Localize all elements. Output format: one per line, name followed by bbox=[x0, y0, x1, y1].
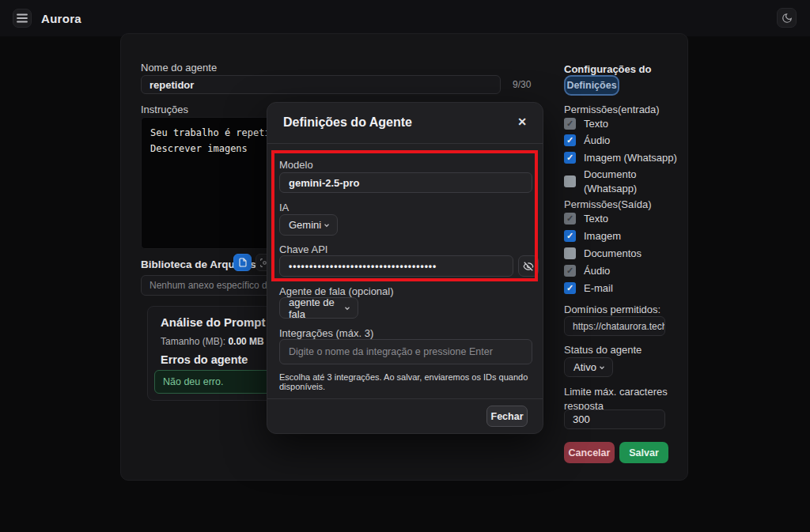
selected-status: Ativo bbox=[573, 361, 596, 373]
toggle-api-key-visibility-button[interactable] bbox=[518, 255, 539, 277]
checkbox-label: Documentos bbox=[584, 247, 642, 261]
output-permissions-title: Permissões(Saída) bbox=[564, 198, 652, 210]
definitions-button[interactable]: Definições bbox=[564, 75, 619, 96]
document-icon bbox=[238, 258, 248, 267]
app-screen: Aurora Nome do agente 9/30 Instruções Se… bbox=[0, 0, 810, 532]
agent-errors-title: Erros do agente bbox=[161, 353, 248, 366]
name-char-counter: 9/30 bbox=[513, 79, 531, 90]
prompt-analysis-title: Análise do Prompt bbox=[161, 315, 266, 329]
max-chars-input[interactable] bbox=[564, 409, 665, 429]
app-title: Aurora bbox=[41, 12, 81, 25]
checkbox-label: Áudio bbox=[584, 134, 610, 148]
chevron-down-icon bbox=[598, 364, 606, 372]
agent-status-label: Status do agente bbox=[564, 344, 642, 356]
checkbox-label: Texto bbox=[584, 117, 608, 131]
close-icon[interactable]: ✕ bbox=[517, 115, 527, 128]
size-label: Tamanho (MB): bbox=[161, 336, 225, 347]
eye-slash-icon bbox=[523, 261, 534, 272]
permission-output-texto[interactable]: ✓ Texto bbox=[564, 212, 608, 226]
selected-speech-agent: agente de fala bbox=[289, 296, 343, 320]
allowed-domains-label: Domínios permitidos: bbox=[564, 304, 660, 315]
size-value: 0.00 MB bbox=[228, 336, 263, 347]
checkbox-icon[interactable]: ✓ bbox=[564, 265, 576, 277]
checkbox-icon[interactable]: ✓ bbox=[564, 134, 576, 146]
agent-definitions-modal: Definições do Agente ✕ Modelo IA Gemini … bbox=[267, 102, 543, 434]
integrations-label: Integrações (máx. 3) bbox=[279, 327, 373, 339]
selected-ia: Gemini bbox=[289, 219, 321, 231]
close-modal-button[interactable]: Fechar bbox=[486, 406, 528, 427]
checkbox-icon[interactable]: ✓ bbox=[564, 230, 576, 242]
allowed-domains-input[interactable]: https://chataurora.tech, htt bbox=[564, 316, 665, 336]
permission-input-documento[interactable]: Documento (Whatsapp) bbox=[564, 168, 683, 195]
hamburger-icon bbox=[17, 13, 28, 23]
checkbox-icon[interactable]: ✓ bbox=[564, 118, 576, 130]
agent-name-label: Nome do agente bbox=[141, 62, 217, 74]
checkbox-icon[interactable]: ✓ bbox=[564, 213, 576, 224]
model-input[interactable] bbox=[279, 172, 532, 193]
model-label: Modelo bbox=[279, 159, 313, 171]
checkbox-label: Áudio bbox=[584, 264, 610, 278]
speech-agent-select[interactable]: agente de fala bbox=[279, 297, 358, 319]
agent-name-input[interactable] bbox=[141, 75, 501, 94]
api-key-label: Chave API bbox=[279, 243, 327, 255]
modal-header: Definições do Agente ✕ bbox=[267, 103, 543, 144]
agent-status-select[interactable]: Ativo bbox=[564, 357, 613, 377]
checkbox-icon[interactable]: ✓ bbox=[564, 282, 576, 294]
permission-input-texto[interactable]: ✓ Texto bbox=[564, 117, 608, 131]
chevron-down-icon bbox=[323, 221, 331, 229]
checkbox-label: Imagem (Whatsapp) bbox=[584, 151, 677, 165]
dark-mode-toggle-button[interactable] bbox=[777, 8, 797, 28]
checkbox-label: E-mail bbox=[584, 281, 613, 296]
save-button[interactable]: Salvar bbox=[619, 442, 668, 463]
integrations-input[interactable] bbox=[279, 339, 532, 364]
chevron-down-icon bbox=[343, 304, 351, 312]
instructions-label: Instruções bbox=[141, 104, 188, 115]
checkbox-icon[interactable]: ✓ bbox=[564, 152, 576, 164]
add-file-button[interactable] bbox=[233, 254, 252, 271]
hamburger-menu-button[interactable] bbox=[13, 9, 32, 28]
checkbox-label: Texto bbox=[584, 212, 608, 226]
error-message: Não deu erro. bbox=[163, 376, 223, 387]
moon-icon bbox=[782, 13, 793, 24]
checkbox-label: Imagem bbox=[584, 229, 621, 243]
cancel-button[interactable]: Cancelar bbox=[564, 442, 615, 463]
modal-footer: Fechar bbox=[267, 398, 543, 433]
checkbox-icon[interactable] bbox=[564, 247, 576, 259]
permission-output-email[interactable]: ✓ E-mail bbox=[564, 281, 613, 296]
input-permissions-title: Permissões(entrada) bbox=[564, 104, 660, 115]
ia-label: IA bbox=[279, 202, 289, 213]
permission-input-imagem[interactable]: ✓ Imagem (Whatsapp) bbox=[564, 151, 677, 165]
modal-title: Definições do Agente bbox=[283, 115, 412, 130]
permission-output-imagem[interactable]: ✓ Imagem bbox=[564, 229, 621, 243]
permission-input-audio[interactable]: ✓ Áudio bbox=[564, 134, 610, 148]
checkbox-label: Documento (Whatsapp) bbox=[584, 168, 683, 195]
ia-select[interactable]: Gemini bbox=[279, 214, 338, 236]
permission-output-audio[interactable]: ✓ Áudio bbox=[564, 264, 610, 278]
api-key-input[interactable] bbox=[279, 255, 513, 277]
top-bar: Aurora bbox=[0, 0, 810, 36]
permission-output-documentos[interactable]: Documentos bbox=[564, 247, 642, 261]
checkbox-icon[interactable] bbox=[564, 175, 576, 187]
integrations-help-text: Escolha até 3 integrações. Ao salvar, en… bbox=[279, 372, 537, 391]
